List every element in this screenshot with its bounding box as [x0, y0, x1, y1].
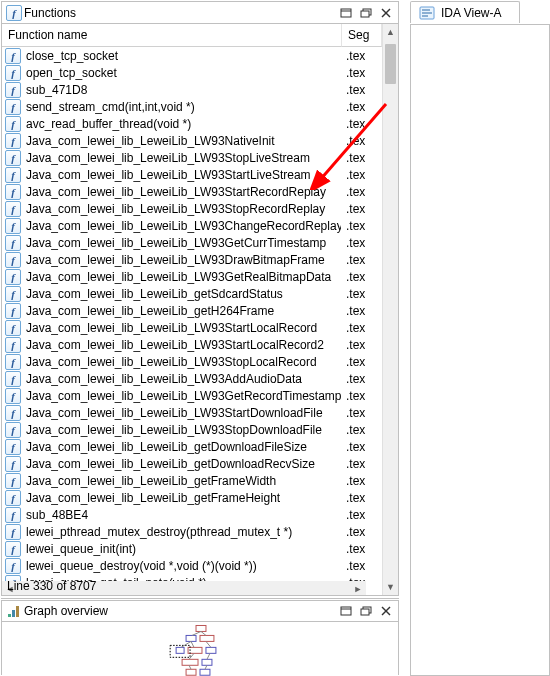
- tab-label: IDA View-A: [441, 6, 501, 20]
- function-segment: .tex: [346, 355, 382, 369]
- function-icon: f: [5, 507, 21, 523]
- svg-line-34: [205, 665, 207, 669]
- graph-icon: [6, 603, 22, 619]
- table-row[interactable]: fJava_com_lewei_lib_LeweiLib_LW93NativeI…: [2, 132, 382, 149]
- table-row[interactable]: fJava_com_lewei_lib_LeweiLib_LW93AddAudi…: [2, 370, 382, 387]
- table-row[interactable]: flewei_queue_destroy(void *,void (*)(voi…: [2, 557, 382, 574]
- table-row[interactable]: fclose_tcp_socket.tex: [2, 47, 382, 64]
- panel-close-button[interactable]: [378, 604, 394, 618]
- restore-icon: [360, 606, 372, 616]
- function-segment: .tex: [346, 219, 382, 233]
- function-icon: f: [5, 337, 21, 353]
- graph-panel-title: Graph overview: [22, 604, 338, 618]
- table-row[interactable]: fJava_com_lewei_lib_LeweiLib_LW93StopLoc…: [2, 353, 382, 370]
- table-row[interactable]: fJava_com_lewei_lib_LeweiLib_LW93GetReco…: [2, 387, 382, 404]
- table-row[interactable]: fJava_com_lewei_lib_LeweiLib_LW93GetCurr…: [2, 234, 382, 251]
- function-icon: f: [5, 286, 21, 302]
- svg-rect-9: [341, 607, 351, 615]
- function-icon: f: [5, 235, 21, 251]
- graph-overview-canvas[interactable]: [2, 622, 398, 676]
- svg-rect-21: [182, 659, 198, 665]
- restore-icon: [360, 8, 372, 18]
- table-row[interactable]: fJava_com_lewei_lib_LeweiLib_LW93StartLi…: [2, 166, 382, 183]
- svg-line-33: [189, 665, 191, 669]
- function-segment: .tex: [346, 457, 382, 471]
- function-name: Java_com_lewei_lib_LeweiLib_LW93ChangeRe…: [26, 219, 341, 233]
- function-icon: f: [5, 439, 21, 455]
- table-row[interactable]: favc_read_buffer_thread(void *).tex: [2, 115, 382, 132]
- functions-footer: Line 330 of 8707: [1, 574, 399, 599]
- table-row[interactable]: fJava_com_lewei_lib_LeweiLib_LW93StartLo…: [2, 319, 382, 336]
- functions-panel-title: Functions: [22, 6, 338, 20]
- ida-view-body[interactable]: [410, 24, 550, 676]
- table-row[interactable]: fJava_com_lewei_lib_LeweiLib_LW93GetReal…: [2, 268, 382, 285]
- function-icon: f: [5, 218, 21, 234]
- svg-line-29: [191, 641, 194, 647]
- functions-panel: f Functions Function name Seg fclose_tcp…: [1, 1, 399, 596]
- function-segment: .tex: [346, 151, 382, 165]
- table-row[interactable]: fJava_com_lewei_lib_LeweiLib_LW93StartLo…: [2, 336, 382, 353]
- table-row[interactable]: flewei_queue_init(int).tex: [2, 540, 382, 557]
- function-icon: f: [5, 320, 21, 336]
- functions-status-line: Line 330 of 8707: [1, 574, 399, 599]
- table-row[interactable]: fJava_com_lewei_lib_LeweiLib_LW93StartDo…: [2, 404, 382, 421]
- table-row[interactable]: fJava_com_lewei_lib_LeweiLib_getFrameHei…: [2, 489, 382, 506]
- function-icon: f: [5, 405, 21, 421]
- function-icon: f: [5, 371, 21, 387]
- function-icon: f: [5, 184, 21, 200]
- scroll-up-icon[interactable]: ▲: [383, 24, 398, 40]
- svg-rect-18: [176, 647, 184, 653]
- table-row[interactable]: fsub_48BE4.tex: [2, 506, 382, 523]
- table-row[interactable]: fJava_com_lewei_lib_LeweiLib_getDownload…: [2, 455, 382, 472]
- function-segment: .tex: [346, 100, 382, 114]
- svg-line-32: [207, 653, 210, 659]
- function-name: Java_com_lewei_lib_LeweiLib_getFrameWidt…: [26, 474, 341, 488]
- vertical-scrollbar[interactable]: ▲ ▼: [382, 24, 398, 595]
- col-segment[interactable]: Seg: [342, 24, 382, 47]
- function-icon: f: [5, 82, 21, 98]
- table-row[interactable]: fsub_471D8.tex: [2, 81, 382, 98]
- close-icon: [381, 8, 391, 18]
- table-row[interactable]: fJava_com_lewei_lib_LeweiLib_LW93StopLiv…: [2, 149, 382, 166]
- tab-ida-view-a[interactable]: IDA View-A: [410, 1, 520, 23]
- table-row[interactable]: fopen_tcp_socket.tex: [2, 64, 382, 81]
- table-row[interactable]: fJava_com_lewei_lib_LeweiLib_LW93StopRec…: [2, 200, 382, 217]
- panel-restore-button[interactable]: [358, 6, 374, 20]
- function-name: lewei_queue_init(int): [26, 542, 341, 556]
- function-icon: f: [5, 133, 21, 149]
- function-segment: .tex: [346, 66, 382, 80]
- svg-rect-15: [196, 625, 206, 631]
- panel-window-button[interactable]: [338, 6, 354, 20]
- panel-restore-button[interactable]: [358, 604, 374, 618]
- functions-table: Function name Seg fclose_tcp_socket.texf…: [2, 24, 382, 595]
- svg-rect-3: [361, 11, 369, 17]
- table-row[interactable]: fJava_com_lewei_lib_LeweiLib_LW93StopDow…: [2, 421, 382, 438]
- function-segment: .tex: [346, 270, 382, 284]
- table-row[interactable]: fJava_com_lewei_lib_LeweiLib_LW93DrawBit…: [2, 251, 382, 268]
- table-row[interactable]: fJava_com_lewei_lib_LeweiLib_LW93StartRe…: [2, 183, 382, 200]
- function-segment: .tex: [346, 508, 382, 522]
- col-function-name[interactable]: Function name: [2, 24, 342, 47]
- function-icon: f: [5, 201, 21, 217]
- panel-close-button[interactable]: [378, 6, 394, 20]
- scrollbar-thumb[interactable]: [385, 44, 396, 84]
- table-row[interactable]: fJava_com_lewei_lib_LeweiLib_getH264Fram…: [2, 302, 382, 319]
- table-row[interactable]: fsend_stream_cmd(int,int,void *).tex: [2, 98, 382, 115]
- function-icon: f: [6, 5, 22, 21]
- table-row[interactable]: flewei_pthread_mutex_destroy(pthread_mut…: [2, 523, 382, 540]
- function-icon: f: [5, 422, 21, 438]
- table-row[interactable]: fJava_com_lewei_lib_LeweiLib_getSdcardSt…: [2, 285, 382, 302]
- functions-table-body[interactable]: fclose_tcp_socket.texfopen_tcp_socket.te…: [2, 47, 382, 581]
- window-icon: [340, 8, 352, 18]
- function-name: Java_com_lewei_lib_LeweiLib_LW93AddAudio…: [26, 372, 341, 386]
- table-row[interactable]: fJava_com_lewei_lib_LeweiLib_getFrameWid…: [2, 472, 382, 489]
- function-name: Java_com_lewei_lib_LeweiLib_LW93StopDown…: [26, 423, 341, 437]
- graph-panel-header: Graph overview: [2, 601, 398, 622]
- function-segment: .tex: [346, 168, 382, 182]
- panel-window-button[interactable]: [338, 604, 354, 618]
- functions-table-header: Function name Seg: [2, 24, 382, 47]
- table-row[interactable]: fJava_com_lewei_lib_LeweiLib_LW93ChangeR…: [2, 217, 382, 234]
- table-row[interactable]: fJava_com_lewei_lib_LeweiLib_getDownload…: [2, 438, 382, 455]
- function-segment: .tex: [346, 440, 382, 454]
- function-segment: .tex: [346, 49, 382, 63]
